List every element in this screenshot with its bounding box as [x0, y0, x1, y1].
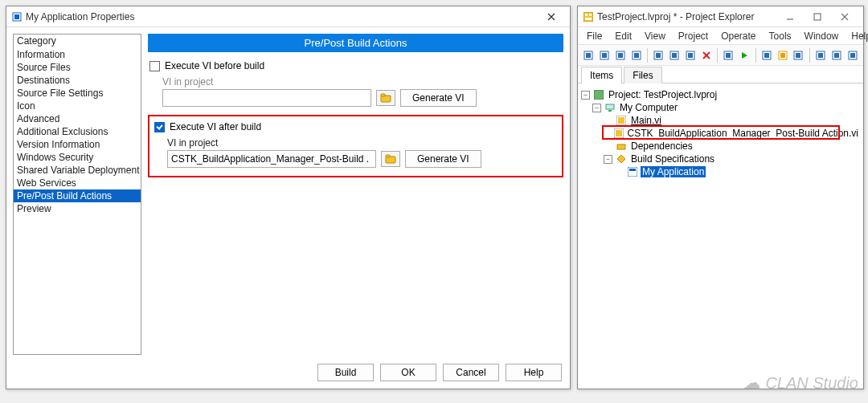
after-browse-button[interactable] — [381, 151, 400, 167]
svg-rect-51 — [618, 117, 624, 124]
svg-rect-38 — [780, 53, 785, 58]
execute-before-checkbox[interactable] — [149, 61, 160, 71]
build-button[interactable]: Build — [317, 364, 374, 381]
build-icon[interactable] — [845, 47, 860, 63]
refresh-icon[interactable] — [721, 47, 736, 63]
find-icon[interactable] — [791, 47, 806, 63]
ok-button[interactable]: OK — [380, 364, 436, 381]
category-item[interactable]: Pre/Post Build Actions — [14, 189, 141, 202]
category-list[interactable]: Category InformationSource FilesDestinat… — [13, 34, 141, 355]
svg-rect-11 — [585, 18, 592, 20]
svg-rect-17 — [586, 53, 591, 58]
after-build-highlight: Execute VI after build VI in project CST… — [148, 115, 563, 177]
project-tree[interactable]: − Project: TestProject.lvproj − My Compu… — [578, 83, 863, 389]
properties-dialog: My Application Properties Category Infor… — [6, 6, 571, 389]
category-item[interactable]: Additional Exclusions — [14, 125, 141, 138]
after-generate-button[interactable]: Generate VI — [405, 150, 481, 168]
tree-my-computer[interactable]: My Computer — [618, 102, 679, 113]
minimize-button[interactable] — [776, 8, 804, 26]
before-vi-input[interactable] — [162, 89, 371, 107]
save-icon[interactable] — [613, 47, 628, 63]
after-vi-input[interactable]: CSTK_BuildApplication_Manager_Post-Build… — [167, 150, 376, 168]
menu-edit[interactable]: Edit — [609, 29, 637, 43]
category-item[interactable]: Preview — [14, 202, 141, 215]
menu-window[interactable]: Window — [799, 29, 845, 43]
svg-rect-9 — [585, 14, 588, 16]
category-item[interactable]: Version Information — [14, 138, 141, 151]
menu-help[interactable]: Help — [845, 29, 868, 43]
svg-rect-49 — [608, 110, 612, 112]
menu-project[interactable]: Project — [673, 29, 714, 43]
vi-icon — [616, 115, 627, 126]
category-item[interactable]: Destinations — [14, 74, 141, 87]
svg-rect-10 — [589, 14, 592, 16]
svg-rect-23 — [634, 53, 639, 58]
close-button[interactable] — [538, 8, 565, 26]
delete-x-icon[interactable] — [698, 47, 714, 63]
settings-gear-icon[interactable] — [759, 47, 774, 63]
expander-icon[interactable]: − — [592, 104, 601, 112]
category-item[interactable]: Information — [14, 48, 141, 61]
menu-tools[interactable]: Tools — [764, 29, 797, 43]
tab-files[interactable]: Files — [624, 67, 661, 83]
tree-dependencies[interactable]: Dependencies — [629, 140, 694, 152]
svg-rect-33 — [726, 53, 731, 58]
tab-items[interactable]: Items — [581, 67, 622, 83]
tree-my-application[interactable]: My Application — [641, 166, 706, 177]
toolbar-separator — [809, 48, 810, 63]
svg-rect-46 — [850, 53, 855, 58]
before-build-section: Execute VI before build VI in project Ge… — [148, 60, 563, 107]
document-icon[interactable] — [581, 47, 596, 63]
help-button[interactable]: Help — [506, 364, 562, 381]
watermark: ☁ CLAN Studio — [743, 372, 858, 393]
paste-icon[interactable] — [683, 47, 698, 63]
execute-before-label: Execute VI before build — [165, 60, 264, 71]
project-explorer: TestProject.lvproj * - Project Explorer … — [577, 6, 864, 389]
open-icon[interactable] — [597, 47, 612, 63]
menu-view[interactable]: View — [639, 29, 671, 43]
category-item[interactable]: Windows Security — [14, 151, 141, 164]
category-item[interactable]: Advanced — [14, 112, 141, 125]
cancel-button[interactable]: Cancel — [443, 364, 499, 381]
close-button[interactable] — [831, 8, 858, 26]
svg-rect-5 — [381, 94, 385, 96]
svg-rect-54 — [617, 145, 625, 149]
before-browse-button[interactable] — [376, 90, 395, 106]
menu-file[interactable]: File — [581, 29, 608, 43]
tree-highlight-box — [602, 125, 840, 140]
cut-icon[interactable] — [651, 47, 666, 63]
execute-after-checkbox[interactable] — [154, 122, 165, 132]
svg-marker-34 — [742, 52, 747, 59]
category-item[interactable]: Web Services — [14, 177, 141, 189]
svg-rect-19 — [602, 53, 607, 58]
save-all-icon[interactable] — [628, 47, 644, 63]
explorer-titlebar[interactable]: TestProject.lvproj * - Project Explorer — [578, 6, 863, 27]
svg-rect-42 — [818, 53, 823, 58]
menu-bar: FileEditViewProjectOperateToolsWindowHel… — [578, 27, 863, 45]
tree-project[interactable]: Project: TestProject.lvproj — [607, 89, 719, 100]
app-icon — [11, 11, 23, 22]
titlebar[interactable]: My Application Properties — [6, 6, 570, 27]
before-generate-button[interactable]: Generate VI — [400, 89, 477, 107]
expander-icon[interactable]: − — [604, 155, 612, 164]
svg-marker-55 — [617, 155, 625, 163]
svg-rect-1 — [14, 14, 19, 19]
menu-operate[interactable]: Operate — [715, 29, 761, 43]
dialog-button-bar: Build OK Cancel Help — [6, 361, 570, 389]
tree-main-vi[interactable]: Main.vi — [629, 115, 663, 126]
category-item[interactable]: Source File Settings — [14, 87, 141, 100]
tree-build-specs[interactable]: Build Specifications — [629, 153, 716, 165]
copy-icon[interactable] — [667, 47, 682, 63]
hierarchy-icon[interactable] — [813, 47, 829, 63]
toolbar — [578, 45, 863, 66]
category-item[interactable]: Shared Variable Deployment — [14, 164, 141, 177]
maximize-button[interactable] — [804, 8, 831, 26]
warning-icon[interactable] — [775, 47, 790, 63]
svg-rect-21 — [618, 53, 623, 58]
category-item[interactable]: Source Files — [14, 61, 141, 74]
computer-icon — [604, 102, 616, 113]
expander-icon[interactable]: − — [581, 91, 590, 100]
deploy-icon[interactable] — [829, 47, 844, 63]
category-item[interactable]: Icon — [14, 100, 141, 112]
run-icon[interactable] — [737, 47, 752, 63]
